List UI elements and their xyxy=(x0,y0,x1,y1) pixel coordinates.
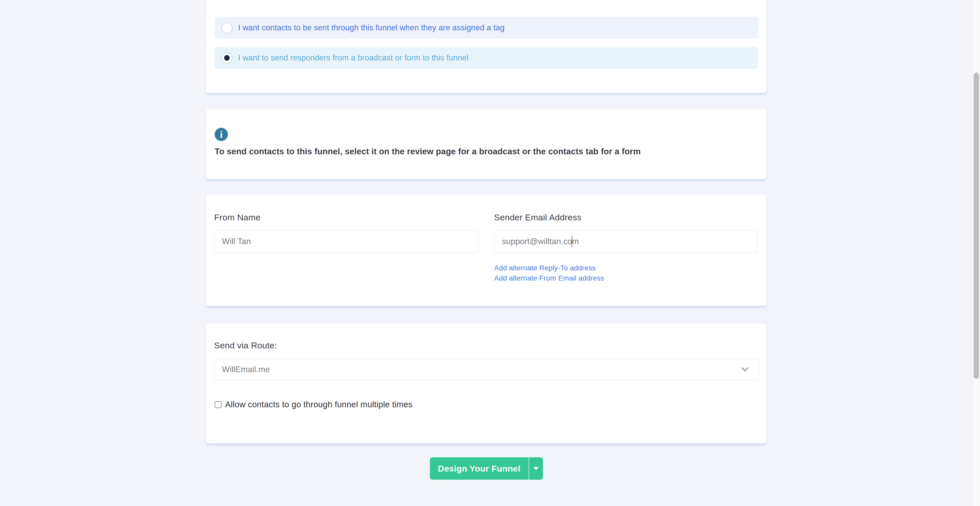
option-assign-tag-label: I want contacts to be sent through this … xyxy=(238,23,504,32)
from-name-input[interactable] xyxy=(214,230,479,253)
info-text: To send contacts to this funnel, select … xyxy=(215,147,756,156)
route-card: Send via Route: WillEmail.me Allow conta… xyxy=(206,323,767,444)
design-funnel-dropdown-toggle[interactable] xyxy=(529,457,543,480)
from-name-column: From Name xyxy=(214,195,479,306)
route-label: Send via Route: xyxy=(214,341,277,351)
add-reply-to-link[interactable]: Add alternate Reply-To address xyxy=(494,264,596,272)
radio-unselected-icon[interactable] xyxy=(221,22,232,33)
radio-selected-icon[interactable] xyxy=(221,52,232,63)
funnel-setup-page: { "trigger_options": { "options": [ { "l… xyxy=(0,0,980,506)
add-from-email-link[interactable]: Add alternate From Email address xyxy=(494,274,604,282)
trigger-options-card: I want contacts to be sent through this … xyxy=(206,0,767,93)
sender-email-column: Sender Email Address Add alternate Reply… xyxy=(494,195,757,306)
option-broadcast-form-label: I want to send responders from a broadca… xyxy=(238,53,468,62)
caret-down-icon xyxy=(533,467,538,470)
sender-email-label: Sender Email Address xyxy=(494,213,581,222)
design-funnel-button[interactable]: Design Your Funnel xyxy=(430,457,543,480)
multiple-times-label: Allow contacts to go through funnel mult… xyxy=(225,400,413,409)
multiple-times-checkbox[interactable] xyxy=(215,401,221,408)
info-icon: i xyxy=(215,128,228,141)
info-card: i To send contacts to this funnel, selec… xyxy=(206,109,767,179)
chevron-down-icon xyxy=(741,366,749,373)
sender-details-card: From Name Sender Email Address Add alter… xyxy=(206,194,767,306)
main-content: I want contacts to be sent through this … xyxy=(206,0,767,506)
scrollbar-thumb[interactable] xyxy=(974,73,979,379)
radio-dot xyxy=(224,55,230,61)
from-name-label: From Name xyxy=(214,213,261,222)
option-assign-tag[interactable]: I want contacts to be sent through this … xyxy=(215,17,758,39)
route-select[interactable]: WillEmail.me xyxy=(214,359,759,380)
text-caret xyxy=(572,236,572,247)
multiple-times-row: Allow contacts to go through funnel mult… xyxy=(215,400,413,409)
design-funnel-button-label[interactable]: Design Your Funnel xyxy=(430,457,528,480)
route-select-value: WillEmail.me xyxy=(222,365,270,374)
sender-email-input[interactable] xyxy=(494,230,757,253)
option-broadcast-form[interactable]: I want to send responders from a broadca… xyxy=(215,47,758,69)
scrollbar-track[interactable] xyxy=(972,0,980,506)
